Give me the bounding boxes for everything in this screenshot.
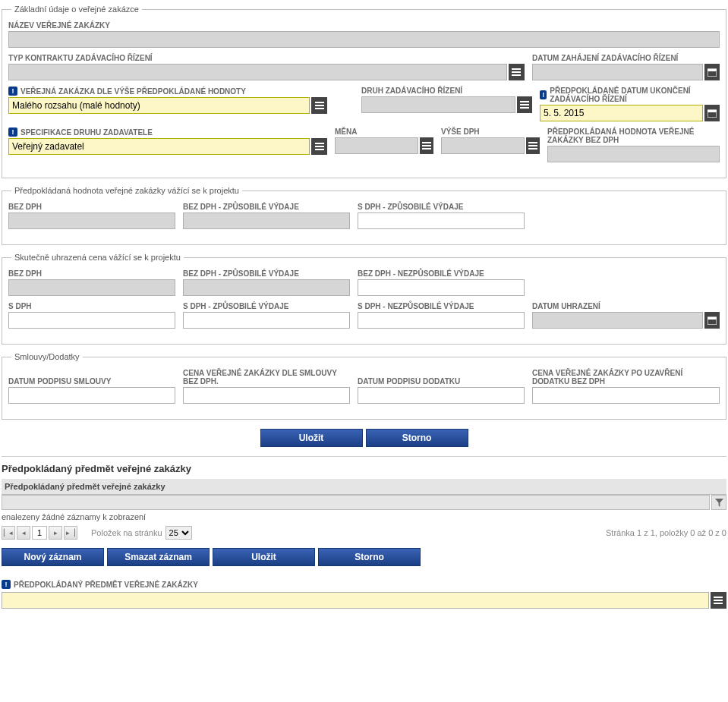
label-mena: MĚNA	[335, 127, 433, 136]
label-predp-hodnota: PŘEDPOKLÁDANÁ HODNOTA VEŘEJNÉ ZAKÁZKY BE…	[547, 127, 720, 144]
svg-rect-24	[714, 597, 723, 598]
svg-rect-26	[714, 603, 723, 604]
input-datum-podpisu-sml[interactable]	[8, 387, 175, 404]
input-typ-kontraktu[interactable]	[8, 64, 507, 80]
pager-page-input[interactable]	[32, 526, 47, 540]
svg-rect-21	[528, 148, 537, 150]
grid-filter-input[interactable]	[2, 495, 710, 510]
input-predp-predmet[interactable]	[2, 592, 709, 609]
input-s3-s-dph-zp[interactable]	[183, 312, 350, 329]
svg-rect-23	[708, 317, 717, 320]
svg-rect-15	[315, 149, 324, 150]
filter-icon-button[interactable]	[711, 495, 726, 510]
list-icon-button[interactable]	[420, 137, 433, 154]
svg-rect-2	[512, 74, 521, 76]
svg-rect-6	[315, 105, 324, 106]
input-bez-dph-zp[interactable]	[183, 212, 350, 229]
svg-rect-12	[708, 110, 717, 112]
svg-rect-10	[520, 107, 529, 109]
input-s3-bez-dph-zp[interactable]	[183, 279, 350, 296]
delete-record-button[interactable]: Smazat záznam	[107, 548, 210, 566]
pager-last-button[interactable]: ▸▕	[64, 526, 77, 540]
input-cena-dod[interactable]	[532, 387, 720, 404]
input-nazev[interactable]	[8, 31, 720, 48]
legend-smlouvy: Smlouvy/Dodatky	[11, 352, 83, 361]
input-vz-dle-vyse[interactable]	[8, 97, 310, 114]
list-icon-button[interactable]	[517, 96, 532, 113]
label-predp-datum-uk: !PŘEDPOKLÁDANÉ DATUM UKONČENÍ ZADÁVACÍHO…	[540, 87, 720, 103]
new-record-button[interactable]: Nový záznam	[2, 548, 104, 566]
input-predp-datum-uk[interactable]	[540, 105, 703, 121]
input-bez-dph[interactable]	[8, 212, 175, 229]
input-s-dph-zp[interactable]	[358, 212, 525, 229]
cancel-button-2[interactable]: Storno	[318, 548, 421, 566]
calendar-icon-button[interactable]	[704, 105, 720, 121]
input-cena-sml[interactable]	[183, 387, 350, 404]
grid-column-header[interactable]: Předpokládaný předmět veřejné zakázky	[2, 479, 726, 495]
label-s3-s-dph-nezp: S DPH - NEZPŮSOBILÉ VÝDAJE	[358, 302, 525, 310]
input-druh[interactable]	[361, 96, 515, 113]
label-items-per: Položek na stránku	[91, 528, 162, 537]
select-items-per[interactable]: 25	[165, 526, 192, 540]
label-predp-predmet: ! PŘEDPOKLÁDANÝ PŘEDMĚT VEŘEJNÉ ZAKÁZKY	[2, 580, 726, 589]
separator	[2, 456, 726, 457]
list-icon-button[interactable]	[509, 64, 525, 80]
svg-rect-8	[520, 101, 529, 102]
label-s3-s-dph-zp: S DPH - ZPŮSOBILÉ VÝDAJE	[183, 302, 350, 310]
svg-rect-9	[520, 104, 529, 105]
input-vyse-dph[interactable]	[441, 137, 525, 154]
required-icon: !	[2, 580, 11, 589]
label-spec-druhu: !SPECIFIKACE DRUHU ZADAVATELE	[8, 127, 327, 137]
pager-next-button[interactable]: ▸	[49, 526, 62, 540]
pager-prev-button[interactable]: ◂	[17, 526, 30, 540]
input-datum-uhr[interactable]	[532, 312, 703, 329]
label-s3-bez-dph: BEZ DPH	[8, 269, 175, 278]
svg-rect-7	[315, 108, 324, 109]
pager-status: Stránka 1 z 1, položky 0 až 0 z 0	[606, 528, 726, 537]
input-s3-bez-dph[interactable]	[8, 279, 175, 296]
svg-rect-17	[422, 145, 431, 146]
label-cena-sml: CENA VEŘEJNÉ ZAKÁZKY DLE SMLOUVY BEZ DPH…	[183, 369, 350, 386]
svg-rect-18	[422, 148, 431, 150]
label-bez-dph: BEZ DPH	[8, 203, 175, 211]
list-icon-button[interactable]	[711, 592, 726, 609]
input-s3-s-dph[interactable]	[8, 312, 175, 329]
label-cena-dod: CENA VEŘEJNÉ ZAKÁZKY PO UZAVŘENÍ DODATKU…	[532, 369, 720, 386]
input-mena[interactable]	[335, 137, 418, 154]
svg-rect-13	[315, 143, 324, 144]
label-nazev: NÁZEV VEŘEJNÉ ZAKÁZKY	[8, 21, 720, 30]
input-spec-druhu[interactable]	[8, 138, 310, 155]
list-icon-button[interactable]	[311, 97, 327, 114]
required-icon: !	[540, 90, 547, 99]
required-icon: !	[8, 127, 17, 137]
pager-first-button[interactable]: ▏◂	[2, 526, 15, 540]
pager: ▏◂ ◂ ▸ ▸▕ Položek na stránku 25 Stránka …	[2, 524, 726, 542]
input-s3-s-dph-nezp[interactable]	[358, 312, 525, 329]
fieldset-basic-info: Základní údaje o veřejné zakázce NÁZEV V…	[2, 5, 726, 178]
label-datum-uhr: DATUM UHRAZENÍ	[532, 302, 720, 310]
input-datum-podpisu-dod[interactable]	[358, 387, 525, 404]
label-datum-zahajeni: DATUM ZAHÁJENÍ ZADÁVACÍHO ŘÍZENÍ	[532, 54, 720, 62]
save-button-2[interactable]: Uložit	[213, 548, 315, 566]
label-vyse-dph: VÝŠE DPH	[441, 127, 540, 136]
legend-predp: Předpokládaná hodnota veřejné zakázky vá…	[11, 186, 242, 195]
label-s3-s-dph: S DPH	[8, 302, 175, 310]
label-s3-bez-dph-nezp: BEZ DPH - NEZPŮSOBILÉ VÝDAJE	[358, 269, 525, 278]
label-s-dph-zp: S DPH - ZPŮSOBILÉ VÝDAJE	[358, 203, 525, 211]
svg-rect-4	[708, 69, 717, 71]
input-s3-bez-dph-nezp[interactable]	[358, 279, 525, 296]
calendar-icon-button[interactable]	[704, 312, 720, 329]
save-button[interactable]: Uložit	[260, 429, 363, 447]
svg-rect-0	[512, 68, 521, 70]
calendar-icon-button[interactable]	[704, 64, 720, 80]
grid-empty-message: enalezeny žádné záznamy k zobrazení	[2, 510, 726, 524]
label-bez-dph-zp: BEZ DPH - ZPŮSOBILÉ VÝDAJE	[183, 203, 350, 211]
list-icon-button[interactable]	[526, 137, 540, 154]
cancel-button[interactable]: Storno	[366, 429, 468, 447]
input-datum-zahajeni[interactable]	[532, 64, 703, 80]
label-vz-dle-vyse: !VEŘEJNÁ ZAKÁZKA DLE VÝŠE PŘEDPOKLÁDANÉ …	[8, 87, 327, 96]
fieldset-smlouvy-dodatky: Smlouvy/Dodatky DATUM PODPISU SMLOUVY CE…	[2, 352, 726, 420]
input-predp-hodnota[interactable]	[547, 146, 720, 162]
list-icon-button[interactable]	[311, 138, 327, 155]
label-s3-bez-dph-zp: BEZ DPH - ZPŮSOBILÉ VÝDAJE	[183, 269, 350, 278]
